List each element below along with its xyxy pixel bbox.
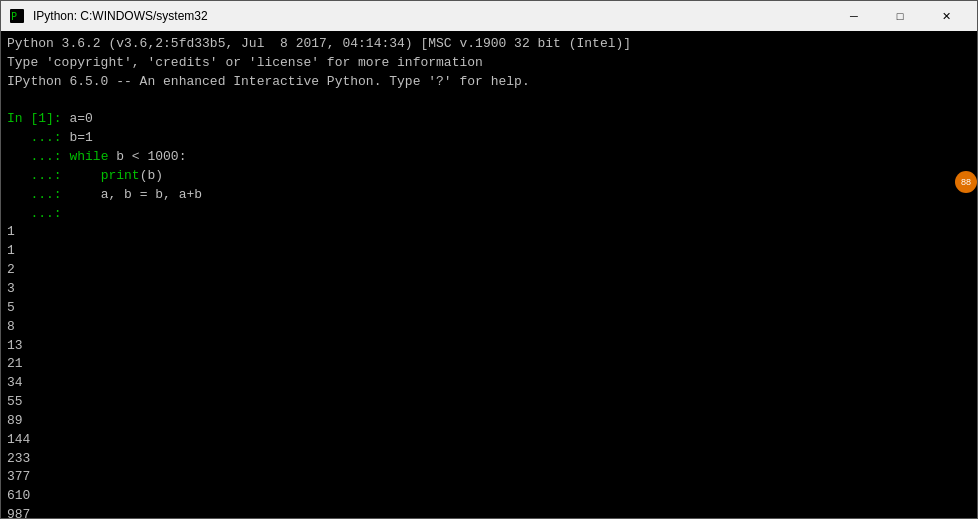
cont4: ...: a, b = b, a+b <box>7 187 202 202</box>
cont3: ...: print(b) <box>7 168 163 183</box>
cont1: ...: b=1 <box>7 130 93 145</box>
blank-line <box>7 93 15 108</box>
notification-badge: 88 <box>955 171 977 193</box>
titlebar: P IPython: C:WINDOWS/system32 ─ □ ✕ <box>1 1 977 31</box>
terminal-area[interactable]: Python 3.6.2 (v3.6,2:5fd33b5, Jul 8 2017… <box>1 31 977 518</box>
window-controls: ─ □ ✕ <box>831 1 969 31</box>
app-icon: P <box>9 8 25 24</box>
cont5: ...: <box>7 206 62 221</box>
output-values: 1 1 2 3 5 8 13 21 34 55 89 144 233 377 6… <box>7 224 30 518</box>
maximize-button[interactable]: □ <box>877 1 923 31</box>
close-button[interactable]: ✕ <box>923 1 969 31</box>
cont2: ...: while b < 1000: <box>7 149 186 164</box>
main-window: P IPython: C:WINDOWS/system32 ─ □ ✕ Pyth… <box>0 0 978 519</box>
minimize-button[interactable]: ─ <box>831 1 877 31</box>
header-line2: Type 'copyright', 'credits' or 'license'… <box>7 55 483 70</box>
header-line1: Python 3.6.2 (v3.6,2:5fd33b5, Jul 8 2017… <box>7 36 631 51</box>
terminal-content: Python 3.6.2 (v3.6,2:5fd33b5, Jul 8 2017… <box>7 35 971 518</box>
svg-text:P: P <box>11 11 17 22</box>
header-line3: IPython 6.5.0 -- An enhanced Interactive… <box>7 74 530 89</box>
prompt1: In [1]: a=0 <box>7 111 93 126</box>
window-title: IPython: C:WINDOWS/system32 <box>33 9 823 23</box>
